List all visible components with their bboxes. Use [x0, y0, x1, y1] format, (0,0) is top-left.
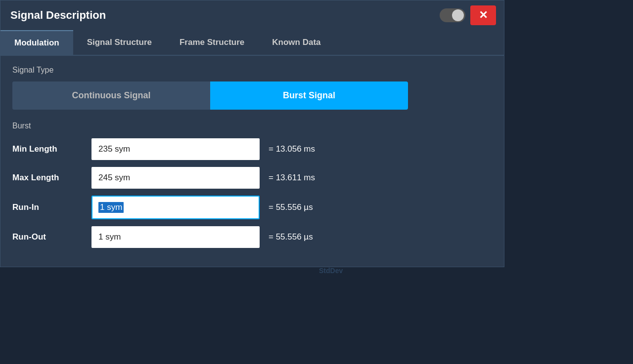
toggle-knob [452, 9, 464, 21]
tab-known-data[interactable]: Known Data [258, 30, 334, 55]
run-in-input-wrapper: 1 sym [91, 196, 260, 219]
title-controls: ✕ [440, 5, 496, 25]
tab-modulation[interactable]: Modulation [0, 30, 73, 55]
run-in-input[interactable] [91, 196, 260, 219]
run-out-row: Run-Out = 55.556 µs [12, 226, 492, 248]
run-out-computed: = 55.556 µs [269, 232, 313, 242]
signal-type-toggle: Continuous Signal Burst Signal [12, 81, 408, 110]
max-length-label: Max Length [12, 173, 91, 183]
tabs-bar: Modulation Signal Structure Frame Struct… [0, 30, 504, 56]
min-length-computed: = 13.056 ms [269, 144, 315, 154]
run-out-label: Run-Out [12, 232, 91, 242]
toggle-switch[interactable] [440, 8, 465, 22]
close-button[interactable]: ✕ [470, 5, 496, 25]
burst-section-label: Burst [12, 121, 492, 130]
tab-content: Signal Type Continuous Signal Burst Sign… [0, 56, 504, 267]
run-out-input[interactable] [91, 226, 260, 248]
bg-stddev: StdDev [319, 267, 343, 275]
signal-description-dialog: Signal Description ✕ Modulation Signal S… [0, 0, 504, 267]
title-bar: Signal Description ✕ [0, 0, 504, 30]
max-length-row: Max Length = 13.611 ms [12, 167, 492, 189]
run-in-row: Run-In 1 sym = 55.556 µs [12, 196, 492, 219]
signal-type-label: Signal Type [12, 66, 492, 75]
max-length-input[interactable] [91, 167, 260, 189]
max-length-computed: = 13.611 ms [269, 173, 315, 183]
continuous-signal-button[interactable]: Continuous Signal [12, 81, 210, 110]
tab-signal-structure[interactable]: Signal Structure [73, 30, 166, 55]
min-length-input[interactable] [91, 138, 260, 160]
tab-frame-structure[interactable]: Frame Structure [166, 30, 258, 55]
min-length-row: Min Length = 13.056 ms [12, 138, 492, 160]
run-in-label: Run-In [12, 202, 91, 212]
burst-signal-button[interactable]: Burst Signal [210, 81, 408, 110]
min-length-label: Min Length [12, 144, 91, 154]
dialog-title: Signal Description [10, 9, 106, 22]
run-in-computed: = 55.556 µs [269, 202, 313, 212]
